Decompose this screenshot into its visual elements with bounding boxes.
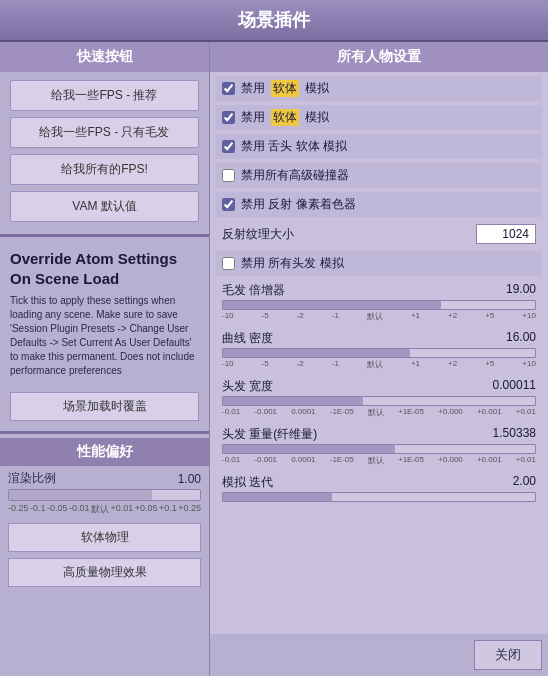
hair-sim-label: 禁用 所有头发 模拟: [241, 255, 344, 272]
curve-density-row: 曲线 密度 16.00 -10-5-2-1默认+1+2+5+10: [216, 328, 542, 372]
high-quality-physics-button[interactable]: 高质量物理效果: [8, 558, 201, 587]
checkbox-row-4: 禁用 反射 像素着色器: [216, 192, 542, 217]
hair-multiplier-fill: [223, 301, 441, 309]
checkbox-label-0a: 禁用: [241, 80, 265, 97]
override-title: Override Atom Settings On Scene Load: [10, 249, 199, 288]
override-section: Override Atom Settings On Scene Load Tic…: [0, 241, 209, 386]
render-ratio-value: 1.00: [178, 472, 201, 486]
render-ratio-row: 渲染比例 1.00 -0.25 -0.1 -0.05 -0.01 默认 +0.0…: [0, 466, 209, 520]
perf-header: 性能偏好: [0, 438, 209, 466]
sim-iterations-label: 模拟 迭代: [222, 474, 273, 491]
left-panel: 快速按钮 给我一些FPS - 推荐 给我一些FPS - 只有毛发 给我所有的FP…: [0, 42, 210, 676]
curve-density-label: 曲线 密度: [222, 330, 273, 347]
app-title: 场景插件: [238, 10, 310, 30]
hair-multiplier-ticks: -10-5-2-1默认+1+2+5+10: [222, 311, 536, 322]
quick-btns-header: 快速按钮: [0, 42, 209, 72]
hair-width-label: 头发 宽度: [222, 378, 273, 395]
left-divider-1: [0, 234, 209, 237]
checkbox-label-1b: 模拟: [305, 109, 329, 126]
hair-weight-track[interactable]: [222, 444, 536, 454]
curve-density-value: 16.00: [506, 330, 536, 347]
reflection-size-row: 反射纹理大小 1024: [216, 221, 542, 247]
checkbox-label-2: 禁用 舌头 软体 模拟: [241, 138, 347, 155]
hair-weight-value: 1.50338: [493, 426, 536, 443]
checkbox-label-4: 禁用 反射 像素着色器: [241, 196, 356, 213]
curve-density-ticks: -10-5-2-1默认+1+2+5+10: [222, 359, 536, 370]
close-btn-row: 关闭: [210, 634, 548, 676]
hair-weight-row: 头发 重量(纤维量) 1.50338 -0.01-0.0010.0001-1E-…: [216, 424, 542, 468]
override-desc: Tick this to apply these settings when l…: [10, 294, 199, 378]
hair-width-fill: [223, 397, 363, 405]
checkbox-1[interactable]: [222, 111, 235, 124]
hair-weight-label: 头发 重量(纤维量): [222, 426, 317, 443]
checkbox-highlight-0: 软体: [271, 80, 299, 97]
close-button[interactable]: 关闭: [474, 640, 542, 670]
sim-iterations-fill: [223, 493, 332, 501]
vam-default-button[interactable]: VAM 默认值: [10, 191, 199, 222]
quick-btn-group: 给我一些FPS - 推荐 给我一些FPS - 只有毛发 给我所有的FPS! VA…: [0, 72, 209, 230]
checkbox-highlight-1: 软体: [271, 109, 299, 126]
sim-iterations-value: 2.00: [513, 474, 536, 491]
reflection-label: 反射纹理大小: [222, 226, 294, 243]
render-ratio-label: 渲染比例: [8, 470, 56, 487]
left-divider-2: [0, 431, 209, 434]
hair-multiplier-value: 19.00: [506, 282, 536, 299]
reflection-value[interactable]: 1024: [476, 224, 536, 244]
sim-iterations-track[interactable]: [222, 492, 536, 502]
hair-weight-fill: [223, 445, 395, 453]
checkbox-label-3: 禁用所有高级碰撞器: [241, 167, 349, 184]
right-panel-header: 所有人物设置: [210, 42, 548, 72]
soft-physics-button[interactable]: 软体物理: [8, 523, 201, 552]
scene-load-button[interactable]: 场景加载时覆盖: [10, 392, 199, 421]
checkbox-row-0: 禁用 软体 模拟: [216, 76, 542, 101]
hair-width-track[interactable]: [222, 396, 536, 406]
checkbox-2[interactable]: [222, 140, 235, 153]
fps-all-button[interactable]: 给我所有的FPS!: [10, 154, 199, 185]
right-content: 禁用 软体 模拟 禁用 软体 模拟 禁用 舌头 软体 模拟 禁用所有高级碰撞器: [210, 72, 548, 508]
title-bar: 场景插件: [0, 0, 548, 42]
checkbox-4[interactable]: [222, 198, 235, 211]
render-ratio-label-row: 渲染比例 1.00: [8, 470, 201, 487]
checkbox-label-1a: 禁用: [241, 109, 265, 126]
render-ratio-ticks: -0.25 -0.1 -0.05 -0.01 默认 +0.01 +0.05 +0…: [8, 503, 201, 516]
hair-width-value: 0.00011: [493, 378, 536, 395]
render-ratio-track[interactable]: [8, 489, 201, 501]
hair-weight-ticks: -0.01-0.0010.0001-1E-05默认+1E-05+0.000+0.…: [222, 455, 536, 466]
curve-density-fill: [223, 349, 410, 357]
checkbox-label-0b: 模拟: [305, 80, 329, 97]
hair-multiplier-row: 毛发 倍增器 19.00 -10-5-2-1默认+1+2+5+10: [216, 280, 542, 324]
sim-iterations-row: 模拟 迭代 2.00: [216, 472, 542, 504]
checkbox-3[interactable]: [222, 169, 235, 182]
right-panel: 所有人物设置 禁用 软体 模拟 禁用 软体 模拟 禁用 舌头 软体 模拟: [210, 42, 548, 676]
hair-width-row: 头发 宽度 0.00011 -0.01-0.0010.0001-1E-05默认+…: [216, 376, 542, 420]
hair-multiplier-label: 毛发 倍增器: [222, 282, 285, 299]
checkbox-row-1: 禁用 软体 模拟: [216, 105, 542, 130]
checkbox-row-2: 禁用 舌头 软体 模拟: [216, 134, 542, 159]
hair-width-ticks: -0.01-0.0010.0001-1E-05默认+1E-05+0.000+0.…: [222, 407, 536, 418]
checkbox-0[interactable]: [222, 82, 235, 95]
checkbox-row-3: 禁用所有高级碰撞器: [216, 163, 542, 188]
hair-multiplier-track[interactable]: [222, 300, 536, 310]
hair-sim-row: 禁用 所有头发 模拟: [216, 251, 542, 276]
hair-sim-checkbox[interactable]: [222, 257, 235, 270]
render-ratio-fill: [9, 490, 152, 500]
fps-hair-only-button[interactable]: 给我一些FPS - 只有毛发: [10, 117, 199, 148]
fps-recommend-button[interactable]: 给我一些FPS - 推荐: [10, 80, 199, 111]
main-content: 快速按钮 给我一些FPS - 推荐 给我一些FPS - 只有毛发 给我所有的FP…: [0, 42, 548, 676]
curve-density-track[interactable]: [222, 348, 536, 358]
